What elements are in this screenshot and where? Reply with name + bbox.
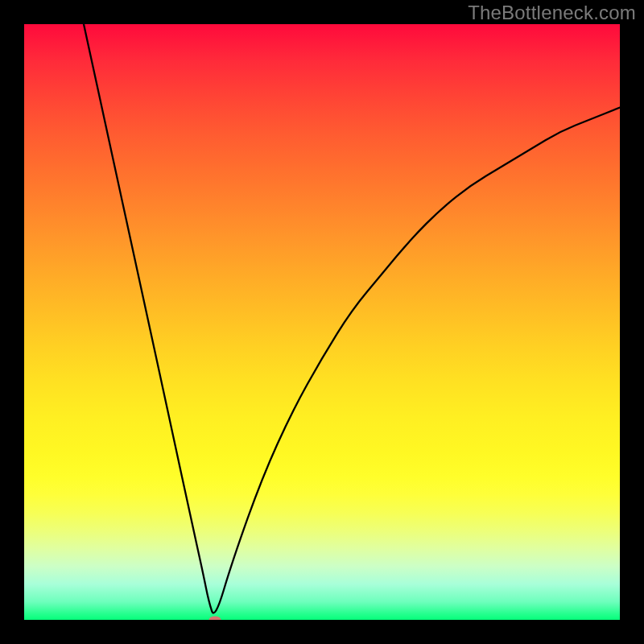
plot-area [24,24,620,620]
minimum-marker [208,617,221,621]
watermark-label: TheBottleneck.com [468,2,636,24]
bottleneck-curve [24,24,620,620]
chart-stage: TheBottleneck.com [0,0,644,644]
curve-path [84,24,620,613]
